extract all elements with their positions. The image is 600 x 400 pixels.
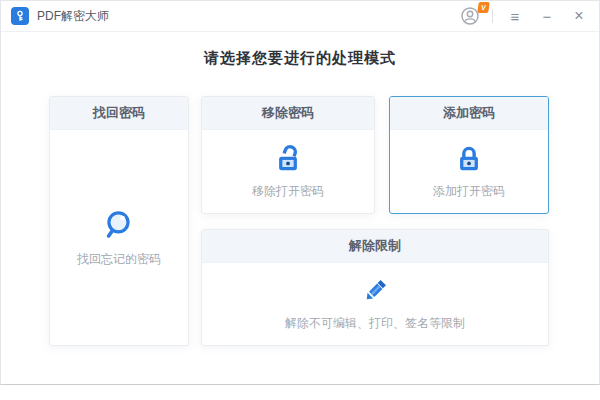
card-title: 解除限制 xyxy=(202,230,548,263)
card-description: 添加打开密码 xyxy=(433,183,505,200)
minimize-button[interactable]: − xyxy=(537,6,557,26)
mode-card-add-password[interactable]: 添加密码 添加打开密码 xyxy=(389,96,549,214)
title-bar: PDF解密大师 V ≡ − × xyxy=(1,1,599,32)
app-logo-key-icon xyxy=(11,7,29,25)
app-window: PDF解密大师 V ≡ − × 请选择您要进行的处理模式 找回密码 xyxy=(0,0,600,385)
page-title: 请选择您要进行的处理模式 xyxy=(1,49,599,68)
app-title: PDF解密大师 xyxy=(37,8,109,25)
mode-card-recover-password[interactable]: 找回密码 找回忘记的密码 xyxy=(49,96,189,346)
card-description: 移除打开密码 xyxy=(252,183,324,200)
locked-padlock-icon xyxy=(454,144,484,174)
card-title: 添加密码 xyxy=(390,97,548,130)
card-description: 解除不可编辑、打印、签名等限制 xyxy=(285,315,465,332)
card-title: 移除密码 xyxy=(202,97,374,130)
mode-card-remove-password[interactable]: 移除密码 移除打开密码 xyxy=(201,96,375,214)
unlocked-padlock-icon xyxy=(273,144,303,174)
user-account-button[interactable]: V xyxy=(460,6,480,26)
titlebar-separator xyxy=(492,9,493,23)
pencil-icon xyxy=(360,276,390,306)
vip-badge: V xyxy=(478,2,490,13)
menu-button[interactable]: ≡ xyxy=(505,6,525,26)
magnifier-icon xyxy=(102,208,136,242)
mode-card-remove-restrictions[interactable]: 解除限制 解除不可编辑、打印、签名等限制 xyxy=(201,229,549,346)
card-title: 找回密码 xyxy=(50,97,188,130)
close-button[interactable]: × xyxy=(569,6,589,26)
card-description: 找回忘记的密码 xyxy=(77,251,161,268)
